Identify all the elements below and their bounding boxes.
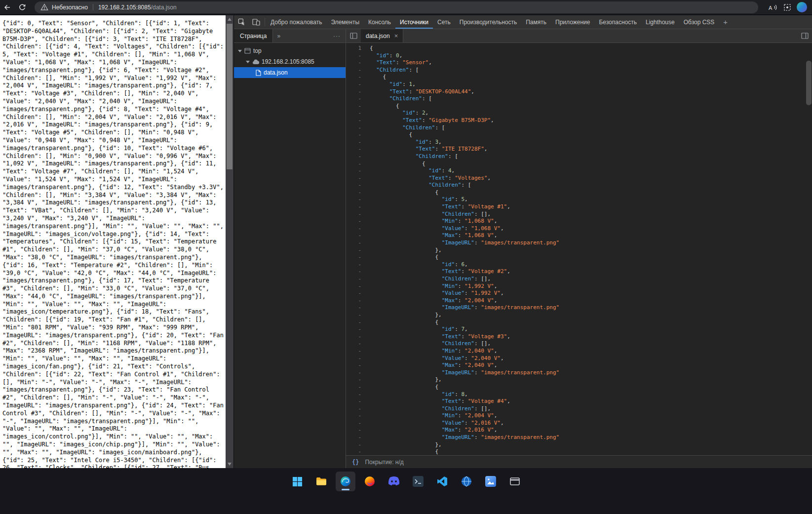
firefox-button[interactable] [360, 472, 380, 491]
edge-button[interactable] [336, 472, 355, 491]
inspect-element-button[interactable] [234, 15, 249, 29]
line-gutter[interactable]: - [346, 290, 364, 297]
line-gutter[interactable]: - [346, 175, 364, 182]
line-gutter[interactable]: - [346, 448, 364, 455]
tree-item-top[interactable]: top [234, 45, 346, 56]
devtools-tab-performance[interactable]: Производительность [455, 15, 521, 29]
file-explorer-button[interactable] [311, 472, 331, 491]
devtools-tab-elements[interactable]: Элементы [326, 15, 364, 29]
line-gutter[interactable]: - [346, 232, 364, 239]
start-button[interactable] [287, 472, 307, 491]
line-gutter[interactable]: - [346, 326, 364, 333]
expand-triangle-icon[interactable] [238, 50, 242, 52]
line-gutter[interactable]: - [346, 167, 364, 175]
close-tab-icon[interactable]: × [394, 32, 398, 40]
line-gutter[interactable]: - [346, 420, 364, 427]
line-gutter[interactable]: - [346, 340, 364, 348]
scroll-down-arrow-icon[interactable] [228, 463, 232, 466]
line-gutter[interactable]: - [346, 283, 364, 290]
line-gutter[interactable]: - [346, 88, 364, 96]
devtools-tab-welcome[interactable]: Добро пожаловать [266, 15, 326, 29]
editor-code-area[interactable]: 1{- "id": 0,- "Text": "Sensor",- "Childr… [346, 43, 812, 455]
line-gutter[interactable]: - [346, 247, 364, 254]
line-gutter[interactable]: - [346, 362, 364, 369]
line-gutter[interactable]: - [346, 81, 364, 88]
line-gutter[interactable]: - [346, 203, 364, 211]
line-gutter[interactable]: - [346, 376, 364, 384]
line-gutter[interactable]: - [346, 261, 364, 269]
devtools-tab-memory[interactable]: Память [521, 15, 551, 29]
line-gutter[interactable]: - [346, 355, 364, 362]
security-label[interactable]: Небезопасно [52, 4, 88, 11]
line-gutter[interactable]: - [346, 369, 364, 377]
page-scrollbar[interactable] [226, 15, 233, 468]
line-gutter[interactable]: - [346, 254, 364, 261]
devtools-tab-console[interactable]: Консоль [364, 15, 395, 29]
line-gutter[interactable]: - [346, 67, 364, 74]
line-gutter[interactable]: - [346, 95, 364, 103]
devtools-tab-css-overview[interactable]: Обзор CSS [679, 15, 719, 29]
line-gutter[interactable]: - [346, 189, 364, 197]
navigator-tab-page[interactable]: Страница [234, 29, 273, 42]
line-gutter[interactable]: 1 [346, 45, 364, 52]
line-gutter[interactable]: - [346, 103, 364, 110]
discord-button[interactable] [384, 472, 404, 491]
line-gutter[interactable]: - [346, 160, 364, 168]
read-aloud-button[interactable]: A [765, 1, 780, 14]
line-gutter[interactable]: - [346, 124, 364, 132]
line-gutter[interactable]: - [346, 297, 364, 305]
line-gutter[interactable]: - [346, 211, 364, 218]
navigator-more-options-button[interactable]: ··· [328, 29, 346, 42]
pretty-print-button[interactable]: {} [352, 459, 359, 466]
line-gutter[interactable]: - [346, 74, 364, 81]
line-gutter[interactable]: - [346, 196, 364, 203]
line-gutter[interactable]: - [346, 434, 364, 441]
tree-item-host[interactable]: 192.168.2.105:8085 [234, 56, 346, 67]
editor-tab-data-json[interactable]: data.json × [361, 29, 403, 42]
device-toolbar-button[interactable] [249, 15, 264, 29]
line-gutter[interactable]: - [346, 304, 364, 312]
devtools-more-tabs-button[interactable]: + [719, 15, 732, 29]
line-gutter[interactable]: - [346, 348, 364, 355]
line-gutter[interactable]: - [346, 117, 364, 124]
line-gutter[interactable]: - [346, 225, 364, 233]
page-scrollbar-thumb[interactable] [227, 24, 232, 169]
line-gutter[interactable]: - [346, 384, 364, 391]
line-gutter[interactable]: - [346, 110, 364, 117]
vscode-button[interactable] [432, 472, 452, 491]
line-gutter[interactable]: - [346, 333, 364, 341]
tree-item-data-json[interactable]: data.json [234, 67, 346, 78]
line-gutter[interactable]: - [346, 319, 364, 326]
navigator-overflow-chevron[interactable]: » [273, 29, 284, 42]
toggle-debugger-sidebar-button[interactable] [797, 29, 812, 42]
line-gutter[interactable]: - [346, 146, 364, 153]
devtools-tab-sources[interactable]: Источники [395, 15, 433, 29]
expand-triangle-icon[interactable] [246, 61, 250, 63]
globe-app-button[interactable] [457, 472, 476, 491]
line-gutter[interactable]: - [346, 218, 364, 225]
line-gutter[interactable]: - [346, 52, 364, 60]
line-gutter[interactable]: - [346, 153, 364, 160]
devtools-tab-security[interactable]: Безопасность [594, 15, 641, 29]
line-gutter[interactable]: - [346, 59, 364, 67]
line-gutter[interactable]: - [346, 412, 364, 420]
line-gutter[interactable]: - [346, 139, 364, 146]
line-gutter[interactable]: - [346, 441, 364, 449]
line-gutter[interactable]: - [346, 182, 364, 189]
profile-avatar[interactable] [797, 2, 807, 12]
scroll-up-arrow-icon[interactable] [228, 18, 232, 21]
address-bar[interactable]: Небезопасно 192.168.2.105:8085/data.json [35, 1, 758, 13]
editor-scrollbar-thumb[interactable] [806, 61, 812, 105]
back-button[interactable] [0, 1, 15, 14]
refresh-button[interactable] [15, 1, 30, 14]
line-gutter[interactable]: - [346, 239, 364, 247]
web-capture-button[interactable] [780, 1, 795, 14]
devtools-tab-network[interactable]: Сеть [433, 15, 455, 29]
toggle-navigator-button[interactable] [346, 29, 361, 42]
line-gutter[interactable]: - [346, 131, 364, 139]
window-app-button[interactable] [505, 472, 525, 491]
line-gutter[interactable]: - [346, 427, 364, 434]
line-gutter[interactable]: - [346, 398, 364, 405]
line-gutter[interactable]: - [346, 312, 364, 319]
terminal-button[interactable] [408, 472, 428, 491]
